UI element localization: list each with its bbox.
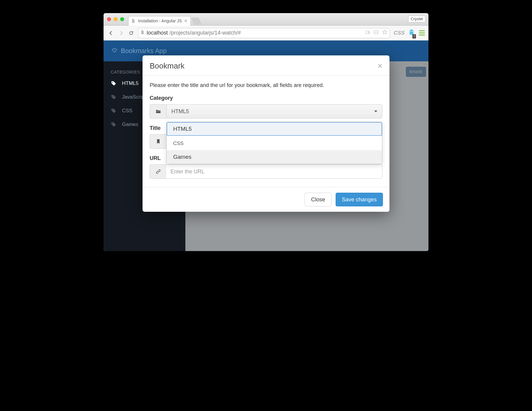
page-viewport: Bookmarks App CATEGORIES HTML5 JavaScrip…	[104, 41, 428, 251]
bookmark-star-icon[interactable]	[382, 29, 388, 37]
category-group: Category HTML5 HTML5 CSS Games	[150, 95, 382, 119]
heart-icon	[112, 47, 117, 55]
folder-icon	[150, 104, 166, 119]
window-controls	[107, 17, 124, 21]
extension-badge: 0	[412, 34, 416, 38]
forward-button[interactable]	[117, 28, 126, 38]
ghostery-extension-icon[interactable]: 0	[408, 29, 415, 37]
tag-icon	[111, 94, 117, 100]
close-window-button[interactable]	[107, 17, 111, 21]
tag-icon	[111, 108, 117, 114]
bookmark-modal: Bookmark × Please enter the title and th…	[143, 55, 389, 212]
minimize-window-button[interactable]	[114, 17, 118, 21]
profile-chip[interactable]: Crysfel	[408, 15, 425, 22]
page-icon	[131, 18, 136, 23]
tab-title: Installation - Angular JS	[138, 18, 182, 23]
tag-icon	[111, 80, 117, 86]
css-extension-icon[interactable]: CSS	[394, 30, 405, 36]
link-icon	[150, 164, 166, 179]
tag-icon	[111, 122, 117, 127]
sidebar-item-label: CSS	[122, 108, 132, 114]
svg-point-7	[112, 109, 113, 110]
devices-icon[interactable]	[365, 29, 370, 36]
sidebar-item-label: JavaScript	[122, 94, 145, 100]
category-selected-value: HTML5	[171, 108, 189, 115]
close-icon[interactable]: ×	[378, 61, 382, 71]
save-button[interactable]: Save changes	[336, 193, 383, 206]
svg-rect-1	[368, 32, 370, 34]
modal-title: Bookmark	[150, 61, 184, 71]
site-info-icon[interactable]	[140, 30, 145, 36]
svg-rect-0	[366, 31, 368, 34]
category-option-games[interactable]: Games	[167, 150, 382, 164]
category-option-css[interactable]: CSS	[167, 136, 382, 150]
window-titlebar: Installation - Angular JS × Crysfel	[104, 13, 428, 26]
new-tab-button[interactable]	[191, 18, 202, 25]
reload-button[interactable]	[127, 28, 136, 38]
category-dropdown: HTML5 CSS Games	[166, 122, 382, 164]
url-path: /projects/angularjs/14-watch/#	[170, 30, 241, 36]
devtools-icon[interactable]	[373, 29, 379, 36]
url-input[interactable]	[166, 164, 382, 179]
category-select[interactable]: HTML5	[166, 104, 382, 119]
maximize-window-button[interactable]	[120, 17, 124, 21]
browser-toolbar: localhost/projects/angularjs/14-watch/# …	[104, 26, 428, 41]
svg-point-5	[112, 82, 113, 83]
close-button[interactable]: Close	[305, 193, 331, 206]
back-button[interactable]	[107, 28, 115, 38]
category-label: Category	[150, 95, 382, 101]
svg-point-3	[410, 31, 411, 32]
chevron-down-icon	[374, 110, 377, 112]
svg-point-6	[112, 96, 113, 96]
app-title: Bookmarks App	[121, 47, 167, 55]
browser-window: Installation - Angular JS × Crysfel loca…	[104, 13, 428, 251]
extensions-row: CSS 0	[394, 29, 425, 37]
browser-tab[interactable]: Installation - Angular JS ×	[128, 16, 191, 26]
modal-description: Please enter the title and the url for y…	[150, 82, 382, 88]
category-option-html5[interactable]: HTML5	[167, 122, 382, 136]
close-tab-icon[interactable]: ×	[184, 18, 187, 24]
menu-button[interactable]	[418, 29, 425, 37]
svg-point-4	[412, 31, 413, 32]
url-host: localhost	[147, 30, 168, 36]
address-bar[interactable]: localhost/projects/angularjs/14-watch/#	[138, 28, 390, 38]
sidebar-item-label: HTML5	[122, 80, 139, 86]
svg-point-8	[112, 123, 113, 124]
sidebar-item-label: Games	[122, 122, 138, 127]
bookmark-icon	[150, 134, 166, 149]
